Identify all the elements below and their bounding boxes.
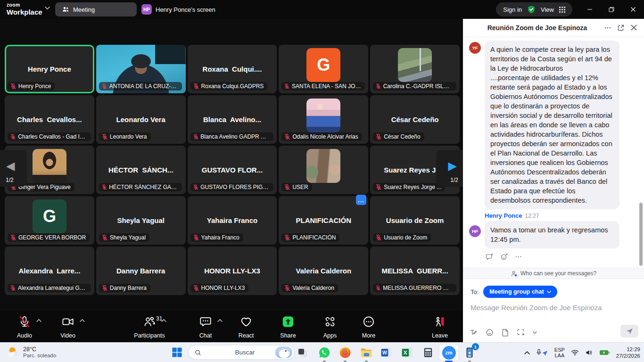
popout-icon[interactable] [617, 24, 625, 32]
taskbar-firefox-icon[interactable] [336, 345, 355, 361]
participant-tile[interactable]: Carolina C.-GADPR ISLA SA... [370, 45, 460, 93]
toolbar-participants-button[interactable]: 31Participants [132, 314, 166, 340]
avatar: HP [469, 225, 481, 237]
participant-tile[interactable]: Roxana Culqui....Roxana Culqui.GADPRS [188, 45, 277, 93]
minimize-button[interactable] [579, 0, 601, 19]
tab-meeting[interactable]: Meeting [55, 2, 137, 16]
close-window-button[interactable] [622, 0, 644, 19]
participant-tile[interactable]: ANTONIA DE LA CRUZ-GA... [96, 45, 186, 93]
chat-message-list[interactable]: YF A quien le compete crear la ley para … [463, 37, 644, 268]
excel-icon [401, 346, 413, 359]
chevron-down-icon[interactable] [45, 6, 50, 10]
speaker-icon[interactable] [585, 349, 593, 356]
minimize-icon [587, 7, 593, 12]
shield-check-icon[interactable] [527, 5, 536, 14]
mic-muted-icon [284, 83, 290, 90]
participant-tile[interactable]: Leonardo VeraLeonardo Vera [96, 95, 186, 144]
participant-tile[interactable]: PLANIFICACIÓNPLANIFICACIÓN [279, 196, 368, 245]
mic-muted-icon [375, 234, 382, 241]
taskbar-task-view-icon[interactable] [293, 345, 312, 361]
participant-tile[interactable]: GUSTAVO FLOR...GUSTAVO FLORES PIGUAVE [188, 146, 277, 194]
participant-tile[interactable]: Valeria CalderonValeria Calderon [279, 247, 368, 295]
send-button[interactable] [620, 325, 638, 337]
recipient-selector[interactable]: Meeting group chat [483, 286, 557, 298]
toolbar-more-button[interactable]: More [352, 314, 386, 340]
participant-tile[interactable]: Henry PonceHenry Ponce [5, 45, 94, 93]
privacy-note[interactable]: Who can see your messages? [463, 268, 644, 279]
chat-scrollbar[interactable] [639, 203, 643, 266]
participant-tile[interactable]: Usuario de ZoomUsuario de Zoom [370, 196, 460, 245]
chevron-down-icon[interactable] [533, 331, 537, 334]
task-view-icon [297, 347, 308, 358]
tab-henry-ponces-screen[interactable]: HP Henry Ponce's screen [141, 2, 215, 16]
mic-muted-icon [10, 83, 17, 90]
taskbar-clock[interactable]: 12:29 27/2/2026 [616, 346, 640, 359]
participant-tile[interactable]: Odalis Nicole Alcivar Arias [279, 95, 368, 144]
grid-view-icon[interactable] [559, 7, 565, 13]
hidden-icons-chevron[interactable] [524, 351, 530, 355]
taskbar-whatsapp-icon[interactable] [315, 345, 334, 361]
taskbar-zoom-icon[interactable]: zm [439, 345, 458, 361]
participant-tile[interactable]: Alexandra Larre...Alexandra Larreategui … [5, 247, 94, 295]
emoji-icon[interactable] [486, 329, 494, 337]
taskbar-weather-widget[interactable]: 28°C Parc. soleado [7, 345, 56, 359]
taskbar-calculator-icon[interactable] [419, 345, 438, 361]
mic-muted-icon [284, 285, 290, 291]
participant-tile[interactable]: Danny BarreraDanny Barrera [96, 247, 186, 295]
taskbar-file-explorer-icon[interactable] [357, 345, 376, 361]
participant-tile[interactable]: GSANTA ELENA - SAN JOSÉ ... [279, 45, 368, 93]
chevron-up-icon[interactable] [36, 319, 41, 322]
file-icon[interactable] [502, 329, 509, 337]
toolbar-share-button[interactable]: Share [271, 314, 305, 340]
close-icon [630, 7, 636, 12]
toolbar-react-button[interactable]: React [229, 314, 263, 340]
toolbar-apps-button[interactable]: Apps [313, 314, 347, 340]
chevron-up-icon[interactable] [217, 319, 223, 322]
message-author[interactable]: Henry Ponce [485, 212, 522, 219]
add-reaction-icon[interactable] [500, 253, 508, 261]
restore-button[interactable] [601, 0, 622, 19]
taskbar-phone-link-icon[interactable]: 1 [460, 345, 479, 361]
participant-tile[interactable]: Blanca Avelino...Blanca Avelino GADPR AN… [188, 95, 277, 144]
grid-next-page-button[interactable]: ▶ 1/2 [436, 150, 463, 187]
recipient-row: To: Meeting group chat [463, 279, 644, 298]
more-horizontal-icon[interactable] [515, 253, 522, 260]
participant-tile[interactable]: HONOR LLY-LX3HONOR LLY-LX3 [188, 247, 277, 295]
view-button[interactable]: View [541, 6, 554, 13]
taskbar-search[interactable]: Buscar [188, 345, 295, 360]
participant-tile[interactable]: MELISSA GUERR...MELISSA GUERRERO GADP... [370, 247, 460, 295]
participant-tile[interactable]: HÉCTOR SÁNCH...HÉCTOR SÁNCHEZ GAD AT... [96, 146, 186, 194]
format-icon[interactable] [470, 329, 478, 337]
grid-prev-page-button[interactable]: ◀ 1/2 [0, 150, 27, 187]
participant-tile[interactable]: Sheyla YagualSheyla Yagual [96, 196, 186, 245]
participant-tile[interactable]: GGEORGE VERA BORBOR [5, 196, 94, 245]
mic-location-status-icon[interactable] [536, 349, 548, 356]
participant-tile[interactable]: Charles Cevallos...Charles Cevallos - Ga… [5, 95, 94, 144]
reply-icon[interactable] [486, 253, 494, 261]
participant-tile[interactable]: Yahaira FrancoYahaira Franco [188, 196, 277, 245]
wifi-icon[interactable] [571, 349, 579, 356]
taskbar-word-icon[interactable] [377, 345, 396, 361]
message-input[interactable]: Message Reunión Zoom de Joe Espinoza [463, 298, 644, 312]
chevron-up-icon[interactable] [80, 319, 85, 322]
chat-more-button[interactable] [604, 24, 611, 32]
toolbar-audio-button[interactable]: Audio [8, 314, 41, 340]
close-chat-icon[interactable] [630, 24, 637, 31]
mic-muted-icon [101, 184, 107, 190]
screenshot-icon[interactable] [517, 329, 525, 337]
toolbar-leave-button[interactable]: Leave [423, 314, 457, 340]
tile-options-button[interactable]: ... [356, 195, 366, 205]
chevron-up-icon[interactable] [161, 319, 166, 322]
participant-tile[interactable]: USER [279, 146, 368, 194]
search-highlight-image[interactable] [275, 346, 292, 358]
toolbar-video-button[interactable]: Video [51, 314, 85, 340]
sign-in-button[interactable]: Sign in [503, 6, 522, 13]
taskbar-excel-icon[interactable] [398, 345, 417, 361]
toolbar-button-label: More [352, 332, 386, 339]
toolbar-chat-button[interactable]: Chat [189, 314, 223, 340]
participant-label: MELISSA GUERRERO GADP... [373, 284, 456, 292]
battery-icon[interactable] [599, 349, 610, 356]
windows-start-button[interactable] [172, 347, 182, 358]
participant-tile[interactable]: César CedeñoCésar Cedeño [370, 95, 460, 144]
language-indicator[interactable]: ESP LAA [554, 347, 565, 358]
